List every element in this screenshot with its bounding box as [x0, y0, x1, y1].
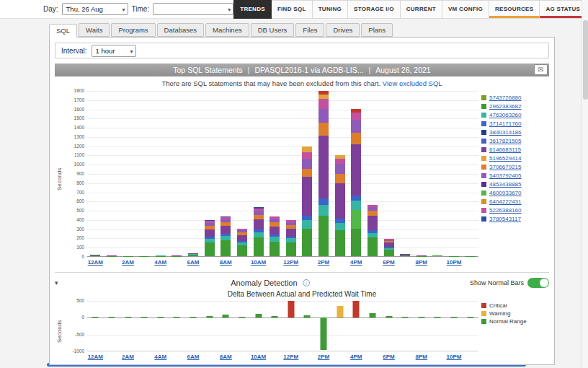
sql-bar-6pm[interactable]: [384, 239, 394, 256]
nav-tab-vm-config[interactable]: VM CONFIG: [442, 0, 489, 19]
x-label-12am[interactable]: 12AM: [88, 354, 103, 360]
anomaly-bar-11am[interactable]: [272, 316, 278, 318]
bar-segment[interactable]: [351, 144, 361, 195]
sql-bar-4pm[interactable]: [351, 109, 361, 256]
sql-hash-link[interactable]: 4600933670: [489, 190, 522, 196]
sql-bar-12pm[interactable]: [286, 220, 296, 256]
tab-sql[interactable]: SQL: [49, 24, 77, 38]
bar-segment[interactable]: [318, 205, 329, 216]
sql-bar-2pm[interactable]: [318, 91, 329, 256]
x-label-8pm[interactable]: 8PM: [416, 259, 427, 266]
email-button[interactable]: ✉: [534, 64, 548, 75]
sql-hash-link[interactable]: 6404222431: [489, 198, 522, 205]
anomaly-bar-11pm[interactable]: [467, 317, 473, 317]
x-label-10am[interactable]: 10AM: [251, 259, 266, 266]
x-label-10pm[interactable]: 10PM: [447, 354, 462, 360]
anomaly-bar-4pm[interactable]: [353, 301, 360, 318]
tab-drives[interactable]: Drives: [326, 23, 360, 37]
info-icon[interactable]: i: [303, 279, 310, 286]
sql-bar-7am[interactable]: [205, 220, 215, 256]
sql-bar-8am[interactable]: [220, 216, 231, 256]
anomaly-bar-10pm[interactable]: [451, 317, 458, 317]
bar-segment[interactable]: [302, 177, 312, 216]
bar-segment[interactable]: [400, 255, 410, 256]
sql-bar-3pm[interactable]: [335, 155, 345, 256]
bar-segment[interactable]: [302, 220, 312, 229]
sql-bar-5pm[interactable]: [368, 205, 378, 257]
bar-segment[interactable]: [205, 229, 215, 237]
sql-bar-9pm[interactable]: [432, 255, 442, 257]
sql-bar-7pm[interactable]: [400, 254, 410, 256]
bar-segment[interactable]: [302, 159, 312, 169]
sql-hash-link[interactable]: 2962383682: [489, 103, 522, 110]
bar-segment[interactable]: [351, 201, 361, 210]
x-label-4am[interactable]: 4AM: [154, 259, 166, 266]
bar-segment[interactable]: [302, 152, 312, 159]
sql-hash-link[interactable]: 5403792405: [489, 172, 522, 179]
bar-segment[interactable]: [368, 216, 378, 230]
bar-segment[interactable]: [286, 242, 296, 256]
bar-segment[interactable]: [270, 242, 280, 256]
anomaly-bar-4am[interactable]: [157, 317, 164, 317]
x-label-10pm[interactable]: 10PM: [447, 259, 462, 266]
x-label-2am[interactable]: 2AM: [122, 259, 134, 266]
x-label-6am[interactable]: 6AM: [187, 354, 200, 360]
bar-segment[interactable]: [335, 223, 345, 230]
anomaly-bar-5pm[interactable]: [369, 313, 375, 317]
anomaly-bar-6am[interactable]: [190, 317, 197, 317]
sql-hash-link[interactable]: 6146683115: [489, 146, 521, 153]
bar-segment[interactable]: [432, 255, 442, 256]
bar-segment[interactable]: [335, 174, 345, 183]
tab-machines[interactable]: Machines: [205, 23, 249, 37]
bar-segment[interactable]: [188, 255, 198, 256]
sql-hash-link[interactable]: 5226388160: [489, 207, 522, 214]
sql-bar-5am[interactable]: [172, 255, 182, 256]
sql-hash-link[interactable]: 4853438885: [489, 181, 522, 188]
bar-segment[interactable]: [237, 235, 247, 241]
scrollbar-thumb[interactable]: [583, 20, 588, 100]
x-label-4am[interactable]: 4AM: [154, 354, 166, 360]
anomaly-bar-8pm[interactable]: [418, 317, 424, 317]
bar-segment[interactable]: [318, 136, 329, 198]
anomaly-bar-12am[interactable]: [92, 317, 99, 317]
sql-bar-1am[interactable]: [107, 255, 117, 256]
tab-db-users[interactable]: DB Users: [251, 23, 295, 37]
bar-segment[interactable]: [302, 146, 312, 152]
x-label-6pm[interactable]: 6PM: [383, 259, 394, 266]
bar-segment[interactable]: [335, 183, 345, 219]
sql-hash-link[interactable]: 3617821505: [489, 138, 522, 144]
sql-bar-9am[interactable]: [237, 229, 247, 256]
x-label-12am[interactable]: 12AM: [88, 259, 103, 266]
bar-segment[interactable]: [286, 229, 296, 236]
nav-tab-trends[interactable]: TRENDS: [233, 0, 272, 19]
bar-segment[interactable]: [351, 113, 361, 120]
bar-segment[interactable]: [254, 232, 264, 238]
bar-segment[interactable]: [318, 123, 329, 135]
anomaly-bar-1pm[interactable]: [304, 315, 311, 317]
anomaly-bar-2pm[interactable]: [321, 317, 327, 349]
bar-segment[interactable]: [254, 237, 264, 256]
anomaly-bar-9am[interactable]: [239, 317, 245, 318]
sql-hash-link[interactable]: 5196529414: [489, 155, 522, 162]
sql-bar-12am[interactable]: [90, 255, 100, 256]
tab-waits[interactable]: Waits: [79, 23, 110, 37]
sql-bar-11am[interactable]: [270, 216, 280, 256]
anomaly-bar-9pm[interactable]: [435, 317, 441, 317]
x-label-8am[interactable]: 8AM: [220, 354, 232, 360]
sql-bar-3am[interactable]: [139, 256, 149, 257]
tab-programs[interactable]: Programs: [111, 23, 155, 37]
anomaly-bar-7am[interactable]: [206, 316, 213, 318]
bar-segment[interactable]: [318, 99, 329, 108]
bar-segment[interactable]: [351, 133, 361, 145]
x-label-2am[interactable]: 2AM: [122, 354, 134, 360]
nav-tab-resources[interactable]: RESOURCES: [489, 0, 540, 19]
bar-segment[interactable]: [220, 240, 231, 256]
bar-segment[interactable]: [237, 245, 247, 256]
x-label-12pm[interactable]: 12PM: [283, 354, 298, 360]
sql-bar-2am[interactable]: [123, 256, 133, 257]
sql-hash-link[interactable]: 3714171760: [489, 121, 522, 127]
bar-segment[interactable]: [384, 250, 394, 256]
x-label-10am[interactable]: 10AM: [251, 354, 266, 360]
tab-plans[interactable]: Plans: [361, 23, 393, 37]
nav-tab-ag-status[interactable]: AG STATUS: [540, 0, 587, 19]
